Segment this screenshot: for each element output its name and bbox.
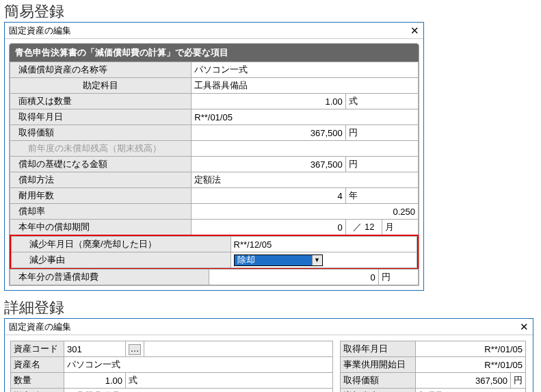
value-method[interactable]: 定額法	[192, 172, 419, 188]
value-account2[interactable]: 工具器具備品	[64, 389, 333, 393]
label-decrease-date: 減少年月日（廃棄/売却した日）	[12, 237, 231, 252]
detail-right-column: 取得年月日 R**/01/05 事業供用開始日 R**/01/05 取得価額 3…	[340, 341, 526, 392]
close-icon[interactable]: ✕	[407, 24, 422, 38]
simple-heading: 簡易登録	[0, 0, 541, 22]
value-decrease-reason-cell: 除却 ▼	[230, 252, 417, 268]
label-prev-balance: 前年度の未償却残高（期末残高）	[10, 141, 192, 157]
chevron-down-icon[interactable]: ▼	[312, 255, 322, 265]
value-area[interactable]: 1.00	[192, 94, 345, 109]
label-account: 勘定科目	[10, 78, 192, 94]
simple-form-table: 減価償却資産の名称等 パソコン一式 勘定科目 工具器具備品 面積又は数量 1.0…	[10, 62, 419, 235]
decrease-group-highlight: 減少年月日（廃棄/売却した日） R**/12/05 減少事由 除却 ▼	[10, 235, 419, 270]
unit-ordinary: 円	[378, 270, 418, 285]
simple-titlebar: 固定資産の編集 ✕	[5, 23, 423, 39]
value-prev-balance[interactable]	[192, 141, 419, 157]
label-r-acq-price: 取得価額	[341, 373, 416, 389]
unit-period: 月	[382, 220, 418, 235]
detail-window-title: 固定資産の編集	[9, 321, 71, 333]
label-account2: 勘定科目	[11, 389, 64, 393]
value-r-acq-date[interactable]: R**/01/05	[416, 341, 526, 357]
value-r-acq-price[interactable]: 367,500	[416, 373, 511, 389]
simple-window: 固定資産の編集 ✕ 青色申告決算書の「減価償却費の計算」で必要な項目 減価償却資…	[4, 22, 424, 291]
simple-panel: 青色申告決算書の「減価償却費の計算」で必要な項目 減価償却資産の名称等 パソコン…	[9, 43, 419, 286]
detail-window: 固定資産の編集 ✕ 資産コード 301 … 資産名 パソコン一式	[4, 318, 533, 392]
label-r-start-date: 事業供用開始日	[341, 357, 416, 373]
value-r-start-date[interactable]: R**/01/05	[416, 357, 526, 373]
simple-panel-title: 青色申告決算書の「減価償却費の計算」で必要な項目	[10, 44, 419, 62]
unit-basis: 円	[345, 157, 418, 172]
simple-window-title: 固定資産の編集	[9, 25, 71, 37]
value-decrease-date[interactable]: R**/12/05	[230, 237, 417, 252]
close-icon[interactable]: ✕	[516, 320, 531, 334]
value-name[interactable]: パソコン一式	[192, 62, 419, 78]
value-account[interactable]: 工具器具備品	[192, 78, 419, 94]
value-code[interactable]: 301	[64, 341, 126, 357]
value-rate[interactable]: 0.250	[192, 204, 419, 220]
ellipsis-button[interactable]: …	[129, 344, 141, 355]
period-sep: ／ 12	[345, 220, 382, 235]
label-acq-date: 取得年月日	[10, 109, 192, 125]
unit-r-acq-price: 円	[511, 373, 526, 389]
detail-left-column: 資産コード 301 … 資産名 パソコン一式 数量 1.00 式	[10, 341, 333, 392]
label-area: 面積又は数量	[10, 94, 192, 109]
label-method: 償却方法	[10, 172, 192, 188]
label-decrease-reason: 減少事由	[12, 252, 231, 268]
value-r-increase[interactable]: 新品取得	[416, 389, 526, 393]
label-qty: 数量	[11, 373, 64, 389]
decrease-reason-value: 除却	[235, 254, 312, 266]
value-acq-date[interactable]: R**/01/05	[192, 109, 419, 125]
detail-titlebar: 固定資産の編集 ✕	[5, 319, 533, 335]
value-basis[interactable]: 367,500	[192, 157, 345, 172]
value-acq-price[interactable]: 367,500	[192, 125, 345, 141]
label-r-acq-date: 取得年月日	[341, 341, 416, 357]
label-period: 本年中の償却期間	[10, 220, 192, 235]
value-qty[interactable]: 1.00	[64, 373, 126, 389]
label-name: 減価償却資産の名称等	[10, 62, 192, 78]
unit-years: 年	[345, 188, 418, 204]
label-r-increase: 増加事由	[341, 389, 416, 393]
label-code: 資産コード	[11, 341, 64, 357]
label-basis: 償却の基礎になる金額	[10, 157, 192, 172]
decrease-reason-dropdown[interactable]: 除却 ▼	[234, 254, 323, 266]
value-asset-name[interactable]: パソコン一式	[64, 357, 333, 373]
label-rate: 償却率	[10, 204, 192, 220]
label-asset-name: 資産名	[11, 357, 64, 373]
detail-heading: 詳細登録	[0, 296, 541, 318]
value-ordinary[interactable]: 0	[209, 270, 379, 285]
label-ordinary: 本年分の普通償却費	[10, 270, 209, 285]
unit-qty[interactable]: 式	[126, 373, 333, 389]
label-acq-price: 取得価額	[10, 125, 192, 141]
label-years: 耐用年数	[10, 188, 192, 204]
code-ellipsis-cell: …	[126, 341, 144, 357]
value-period[interactable]: 0	[192, 220, 345, 235]
value-years[interactable]: 4	[192, 188, 345, 204]
unit-acq-price: 円	[345, 125, 418, 141]
unit-area[interactable]: 式	[345, 94, 418, 109]
